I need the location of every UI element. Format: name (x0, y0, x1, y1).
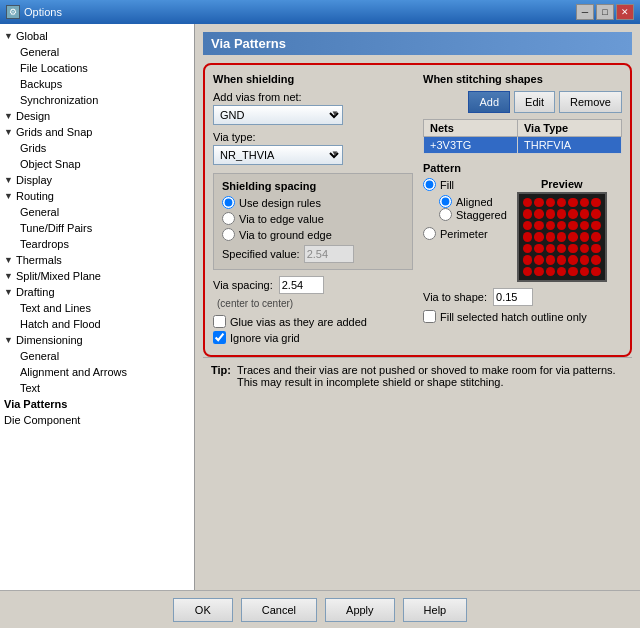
ok-button[interactable]: OK (173, 598, 233, 622)
radio-perimeter[interactable]: Perimeter (423, 227, 507, 240)
sidebar-item-file-locations[interactable]: File Locations (0, 60, 194, 76)
cancel-button[interactable]: Cancel (241, 598, 317, 622)
sidebar-label: Split/Mixed Plane (16, 270, 101, 282)
preview-dot (568, 221, 577, 230)
preview-container: Preview (517, 178, 607, 282)
preview-dot (546, 255, 555, 264)
preview-dot (568, 232, 577, 241)
window-icon: ⚙ (6, 5, 20, 19)
preview-dot (557, 232, 566, 241)
expand-icon: ▼ (4, 127, 14, 137)
sidebar-item-text-lines[interactable]: Text and Lines (0, 300, 194, 316)
via-to-shape-input[interactable] (493, 288, 533, 306)
glue-vias-checkbox[interactable]: Glue vias as they are added (213, 315, 413, 328)
sidebar-item-via-patterns[interactable]: Via Patterns (0, 396, 194, 412)
radio-staggered[interactable]: Staggered (439, 208, 507, 221)
net-select[interactable]: GND (213, 105, 343, 125)
sidebar-item-die-component[interactable]: Die Component (0, 412, 194, 428)
sidebar-item-alignment-arrows[interactable]: Alignment and Arrows (0, 364, 194, 380)
sidebar-item-split-mixed-plane[interactable]: ▼ Split/Mixed Plane (0, 268, 194, 284)
preview-dot (580, 255, 589, 264)
sidebar-item-routing[interactable]: ▼ Routing (0, 188, 194, 204)
pattern-section: Pattern Fill Aligned (423, 162, 622, 323)
radio-fill[interactable]: Fill (423, 178, 507, 191)
edit-button[interactable]: Edit (514, 91, 555, 113)
titlebar: ⚙ Options ─ □ ✕ (0, 0, 640, 24)
sidebar-item-routing-general[interactable]: General (0, 204, 194, 220)
sidebar-label: Routing (16, 190, 54, 202)
preview-dot (591, 221, 600, 230)
close-button[interactable]: ✕ (616, 4, 634, 20)
when-stitching-label: When stitching shapes (423, 73, 622, 85)
sidebar-label: Text and Lines (20, 302, 91, 314)
sidebar-item-synchronization[interactable]: Synchronization (0, 92, 194, 108)
preview-dot (546, 267, 555, 276)
preview-dot (534, 232, 543, 241)
sidebar-item-global[interactable]: ▼ Global (0, 28, 194, 44)
apply-button[interactable]: Apply (325, 598, 395, 622)
via-type-cell: THRFVIA (517, 137, 621, 154)
via-type-label: Via type: (213, 131, 413, 143)
table-row[interactable]: +3V3TG THRFVIA (424, 137, 622, 154)
maximize-button[interactable]: □ (596, 4, 614, 20)
preview-dot (557, 255, 566, 264)
preview-dot (568, 267, 577, 276)
sidebar-item-dimensioning[interactable]: ▼ Dimensioning (0, 332, 194, 348)
via-spacing-note: (center to center) (213, 298, 413, 309)
fill-hatch-checkbox[interactable]: Fill selected hatch outline only (423, 310, 622, 323)
minimize-button[interactable]: ─ (576, 4, 594, 20)
ignore-via-grid-checkbox[interactable]: Ignore via grid (213, 331, 413, 344)
sidebar-item-grids[interactable]: Grids (0, 140, 194, 156)
sidebar-label: General (20, 46, 59, 58)
sidebar-item-tune-diff-pairs[interactable]: Tune/Diff Pairs (0, 220, 194, 236)
via-type-select[interactable]: NR_THVIA (213, 145, 343, 165)
radio-use-design-rules[interactable]: Use design rules (222, 196, 404, 209)
preview-dot (546, 209, 555, 218)
preview-dot (523, 267, 532, 276)
sidebar-item-backups[interactable]: Backups (0, 76, 194, 92)
sidebar-item-general[interactable]: General (0, 44, 194, 60)
nets-table: Nets Via Type +3V3TG THRFVIA (423, 119, 622, 154)
preview-dot (523, 198, 532, 207)
help-button[interactable]: Help (403, 598, 468, 622)
sidebar-label: Alignment and Arrows (20, 366, 127, 378)
sidebar-label: Design (16, 110, 50, 122)
preview-dot (534, 244, 543, 253)
preview-dot (557, 267, 566, 276)
preview-dot (546, 198, 555, 207)
nets-header: Nets (424, 120, 518, 137)
remove-button[interactable]: Remove (559, 91, 622, 113)
sidebar-label: Backups (20, 78, 62, 90)
sidebar-item-hatch-flood[interactable]: Hatch and Flood (0, 316, 194, 332)
radio-via-to-ground[interactable]: Via to ground edge (222, 228, 404, 241)
sidebar-item-grids-snap[interactable]: ▼ Grids and Snap (0, 124, 194, 140)
sidebar-item-text[interactable]: Text (0, 380, 194, 396)
main-panel: Via Patterns When shielding Add vias fro… (195, 24, 640, 590)
sidebar-item-teardrops[interactable]: Teardrops (0, 236, 194, 252)
sidebar-item-display[interactable]: ▼ Display (0, 172, 194, 188)
radio-via-to-edge[interactable]: Via to edge value (222, 212, 404, 225)
preview-dot (557, 198, 566, 207)
expand-icon: ▼ (4, 31, 14, 41)
sidebar-item-dim-general[interactable]: General (0, 348, 194, 364)
sidebar-label: Hatch and Flood (20, 318, 101, 330)
specified-value-label: Specified value: (222, 248, 300, 260)
add-button[interactable]: Add (468, 91, 510, 113)
pattern-label: Pattern (423, 162, 622, 174)
preview-dot (591, 209, 600, 218)
preview-dot (534, 255, 543, 264)
expand-icon: ▼ (4, 287, 14, 297)
sidebar-item-drafting[interactable]: ▼ Drafting (0, 284, 194, 300)
sidebar-item-object-snap[interactable]: Object Snap (0, 156, 194, 172)
sidebar-label: Object Snap (20, 158, 81, 170)
preview-label: Preview (517, 178, 607, 190)
net-cell: +3V3TG (424, 137, 518, 154)
sidebar-item-thermals[interactable]: ▼ Thermals (0, 252, 194, 268)
sidebar-item-design[interactable]: ▼ Design (0, 108, 194, 124)
specified-value-input[interactable] (304, 245, 354, 263)
sidebar-label: Teardrops (20, 238, 69, 250)
via-spacing-input[interactable] (279, 276, 324, 294)
radio-aligned[interactable]: Aligned (439, 195, 507, 208)
expand-icon: ▼ (4, 175, 14, 185)
preview-dot (591, 267, 600, 276)
